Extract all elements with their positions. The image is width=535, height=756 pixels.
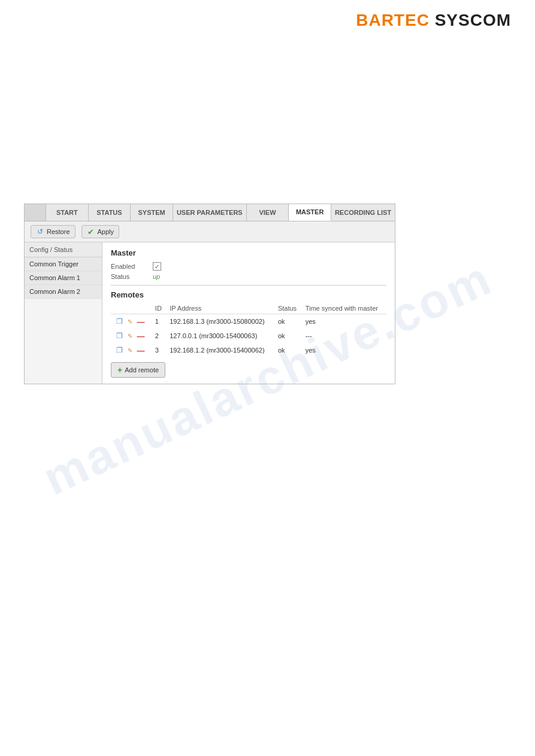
delete-icon[interactable]: — xyxy=(136,345,146,355)
row-actions: ❐ ✎ — xyxy=(114,345,148,355)
section-content: Master Enabled Status up Remotes xyxy=(102,242,395,384)
toolbar: ↺ Restore ✔ Apply xyxy=(25,221,395,242)
nav-tabs: START STATUS SYSTEM USER PARAMETERS VIEW… xyxy=(24,204,395,221)
tab-status[interactable]: STATUS xyxy=(89,204,131,221)
tab-start[interactable]: START xyxy=(46,204,89,221)
sidebar-item-common-trigger[interactable]: Common Trigger xyxy=(25,257,102,271)
delete-icon[interactable]: — xyxy=(136,331,146,341)
status-row: Status up xyxy=(111,273,386,280)
status-value: up xyxy=(153,273,160,280)
tab-system[interactable]: SYSTEM xyxy=(131,204,173,221)
row-actions-cell: ❐ ✎ — xyxy=(111,314,152,329)
remote-time-synced: yes xyxy=(302,343,386,357)
table-row: ❐ ✎ — 3192.168.1.2 (mr3000-15400062)okye… xyxy=(111,343,386,357)
remote-status: ok xyxy=(274,343,302,357)
copy-icon[interactable]: ❐ xyxy=(114,331,124,341)
tab-master[interactable]: MASTER xyxy=(289,204,331,221)
apply-icon: ✔ xyxy=(87,227,95,236)
remote-id: 2 xyxy=(152,329,166,343)
remote-ip: 127.0.0.1 (mr3000-15400063) xyxy=(166,329,274,343)
header: BARTEC SYSCOM xyxy=(0,0,535,36)
remotes-table: ID IP Address Status Time synced with ma… xyxy=(111,303,386,357)
add-remote-icon: + xyxy=(117,365,122,375)
logo: BARTEC SYSCOM xyxy=(356,11,511,30)
apply-button[interactable]: ✔ Apply xyxy=(81,225,120,238)
delete-icon[interactable]: — xyxy=(136,317,146,326)
enabled-label: Enabled xyxy=(111,263,153,270)
copy-icon[interactable]: ❐ xyxy=(114,317,124,326)
remote-id: 1 xyxy=(152,314,166,329)
remote-id: 3 xyxy=(152,343,166,357)
copy-icon[interactable]: ❐ xyxy=(114,345,124,355)
tab-blank[interactable] xyxy=(25,204,46,221)
enabled-checkbox[interactable] xyxy=(153,262,161,271)
sidebar-item-common-alarm-2[interactable]: Common Alarm 2 xyxy=(25,285,102,299)
restore-label: Restore xyxy=(47,228,70,235)
tab-view[interactable]: VIEW xyxy=(247,204,289,221)
apply-label: Apply xyxy=(98,228,114,235)
sidebar: Config / Status Common Trigger Common Al… xyxy=(25,242,102,384)
panel-body: Config / Status Common Trigger Common Al… xyxy=(25,242,395,384)
col-status: Status xyxy=(274,303,302,314)
remotes-title: Remotes xyxy=(111,290,386,299)
main-content: START STATUS SYSTEM USER PARAMETERS VIEW… xyxy=(0,204,535,384)
edit-icon[interactable]: ✎ xyxy=(125,331,135,341)
table-row: ❐ ✎ — 2127.0.0.1 (mr3000-15400063)ok--- xyxy=(111,329,386,343)
remote-time-synced: --- xyxy=(302,329,386,343)
logo-syscom: SYSCOM xyxy=(430,11,511,29)
tab-recording-list[interactable]: RECORDING LIST xyxy=(331,204,395,221)
row-actions: ❐ ✎ — xyxy=(114,331,148,341)
divider xyxy=(111,285,386,286)
row-actions-cell: ❐ ✎ — xyxy=(111,329,152,343)
row-actions-cell: ❐ ✎ — xyxy=(111,343,152,357)
panel: ↺ Restore ✔ Apply Config / Status Common… xyxy=(24,221,395,384)
add-remote-label: Add remote xyxy=(125,366,159,374)
remote-status: ok xyxy=(274,314,302,329)
col-actions xyxy=(111,303,152,314)
master-title: Master xyxy=(111,248,386,257)
edit-icon[interactable]: ✎ xyxy=(125,345,135,355)
add-remote-button[interactable]: + Add remote xyxy=(111,362,165,378)
remote-time-synced: yes xyxy=(302,314,386,329)
remote-status: ok xyxy=(274,329,302,343)
row-actions: ❐ ✎ — xyxy=(114,317,148,326)
enabled-row: Enabled xyxy=(111,262,386,271)
sidebar-item-common-alarm-1[interactable]: Common Alarm 1 xyxy=(25,271,102,285)
restore-button[interactable]: ↺ Restore xyxy=(31,225,75,238)
edit-icon[interactable]: ✎ xyxy=(125,317,135,326)
remote-ip: 192.168.1.2 (mr3000-15400062) xyxy=(166,343,274,357)
sidebar-header: Config / Status xyxy=(25,242,102,257)
main-section: Master Enabled Status up Remotes xyxy=(102,242,395,384)
table-row: ❐ ✎ — 1192.168.1.3 (mr3000-15080002)okye… xyxy=(111,314,386,329)
status-label: Status xyxy=(111,273,153,280)
col-ip-address: IP Address xyxy=(166,303,274,314)
logo-bartec: BARTEC xyxy=(356,11,430,29)
col-id: ID xyxy=(152,303,166,314)
col-time-synced: Time synced with master xyxy=(302,303,386,314)
tab-user-parameters[interactable]: USER PARAMETERS xyxy=(173,204,247,221)
remote-ip: 192.168.1.3 (mr3000-15080002) xyxy=(166,314,274,329)
restore-icon: ↺ xyxy=(36,227,44,236)
